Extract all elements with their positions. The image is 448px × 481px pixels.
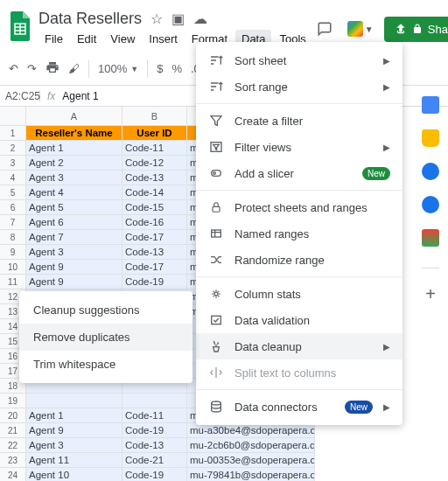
doc-title[interactable]: Data Resellers bbox=[38, 10, 142, 28]
currency-format[interactable]: $ bbox=[157, 62, 163, 75]
cell[interactable]: Code-19 bbox=[122, 468, 187, 481]
menu-insert[interactable]: Insert bbox=[143, 30, 184, 48]
cell[interactable]: mu-00353e@sdoperapera.com bbox=[187, 453, 315, 468]
cell[interactable]: Agent 1 bbox=[26, 141, 122, 156]
cell[interactable]: Code-15 bbox=[122, 200, 187, 215]
cell[interactable]: Code-13 bbox=[122, 438, 187, 453]
name-box[interactable]: A2:C25 bbox=[0, 90, 40, 102]
row-head[interactable]: 1 bbox=[0, 126, 26, 141]
menu-view[interactable]: View bbox=[104, 30, 141, 48]
cell[interactable]: Code-17 bbox=[122, 260, 187, 275]
cell[interactable]: Code-13 bbox=[122, 245, 187, 260]
cell[interactable] bbox=[122, 394, 187, 408]
cell[interactable]: Agent 1 bbox=[26, 408, 122, 423]
formula-bar[interactable]: Agent 1 bbox=[62, 90, 98, 102]
zoom-select[interactable]: 100%▼ bbox=[98, 62, 138, 75]
row-head[interactable]: 9 bbox=[0, 245, 26, 260]
cell[interactable]: Agent 6 bbox=[26, 215, 122, 230]
cloud-icon[interactable]: ☁ bbox=[193, 10, 207, 27]
keep-icon[interactable] bbox=[422, 129, 439, 147]
cell[interactable]: Code-13 bbox=[122, 171, 187, 185]
calendar-icon[interactable] bbox=[422, 96, 439, 114]
tasks-icon[interactable] bbox=[422, 163, 439, 180]
row-head[interactable]: 20 bbox=[0, 408, 26, 423]
addons-plus-icon[interactable]: + bbox=[425, 284, 436, 304]
row-head[interactable]: 7 bbox=[0, 215, 26, 230]
cell[interactable]: Code-21 bbox=[122, 453, 187, 468]
row-head[interactable]: 4 bbox=[0, 171, 26, 185]
row-head[interactable]: 22 bbox=[0, 438, 26, 453]
row-head[interactable]: 23 bbox=[0, 453, 26, 468]
menu-file[interactable]: File bbox=[38, 30, 69, 48]
row-head[interactable]: 24 bbox=[0, 468, 26, 481]
row-head[interactable]: 6 bbox=[0, 200, 26, 215]
maps-icon[interactable] bbox=[422, 229, 439, 247]
redo-icon[interactable]: ↷ bbox=[27, 62, 37, 75]
submenu-remove-duplicates[interactable]: Remove duplicates bbox=[19, 324, 192, 351]
cell[interactable]: Agent 3 bbox=[26, 438, 122, 453]
col-head-A[interactable]: A bbox=[26, 107, 122, 126]
cell[interactable]: Agent 11 bbox=[26, 453, 122, 468]
menu-item-sort-range[interactable]: Sort range▶ bbox=[196, 73, 402, 100]
percent-format[interactable]: % bbox=[172, 62, 182, 75]
row-head[interactable]: 21 bbox=[0, 423, 26, 438]
star-icon[interactable]: ☆ bbox=[150, 10, 163, 27]
menu-item-protect-sheets-and-ranges[interactable]: Protect sheets and ranges bbox=[196, 194, 402, 220]
paint-icon[interactable]: 🖌 bbox=[68, 62, 80, 75]
cell[interactable]: Code-11 bbox=[122, 408, 187, 423]
move-icon[interactable]: ▣ bbox=[172, 10, 185, 27]
row-head[interactable]: 2 bbox=[0, 141, 26, 156]
cell[interactable]: Agent 3 bbox=[26, 171, 122, 185]
header-cell[interactable]: Reseller's Name bbox=[26, 126, 122, 141]
header-cell[interactable]: User ID bbox=[122, 126, 187, 141]
menu-item-data-cleanup[interactable]: Data cleanup▶ bbox=[196, 333, 402, 359]
cell[interactable]: Agent 9 bbox=[26, 423, 122, 438]
cell[interactable]: Agent 7 bbox=[26, 230, 122, 245]
cell[interactable]: Code-16 bbox=[122, 215, 187, 230]
cell[interactable]: Code-11 bbox=[122, 141, 187, 156]
cell[interactable]: Code-19 bbox=[122, 423, 187, 438]
menu-item-sort-sheet[interactable]: Sort sheet▶ bbox=[196, 47, 402, 73]
menu-item-create-a-filter[interactable]: Create a filter bbox=[196, 108, 402, 134]
submenu-trim-whitespace[interactable]: Trim whitespace bbox=[19, 351, 192, 378]
cell[interactable] bbox=[26, 394, 122, 408]
meet-button[interactable]: ▼ bbox=[344, 19, 377, 38]
contacts-icon[interactable] bbox=[422, 196, 439, 213]
menu-item-add-a-slicer[interactable]: Add a slicerNew bbox=[196, 160, 402, 186]
row-head[interactable]: 8 bbox=[0, 230, 26, 245]
submenu-cleanup-suggestions[interactable]: Cleanup suggestions bbox=[19, 296, 192, 324]
menu-item-named-ranges[interactable]: Named ranges bbox=[196, 220, 402, 247]
cell[interactable]: Code-14 bbox=[122, 185, 187, 200]
menu-item-data-connectors[interactable]: Data connectorsNew▶ bbox=[196, 394, 402, 420]
cell[interactable]: Agent 5 bbox=[26, 200, 122, 215]
cell[interactable]: mu-2cb6b0@sdoperapera.com bbox=[187, 438, 315, 453]
cell[interactable]: Agent 3 bbox=[26, 245, 122, 260]
cell[interactable]: mu-79841b@sdoperapera.com bbox=[187, 468, 315, 481]
cell[interactable]: mu-a30be4@sdoperapera.com bbox=[187, 423, 315, 438]
share-button[interactable]: Share bbox=[384, 17, 448, 42]
cell[interactable]: Code-12 bbox=[122, 156, 187, 171]
comments-icon[interactable] bbox=[312, 17, 337, 41]
menu-edit[interactable]: Edit bbox=[71, 30, 102, 48]
row-head[interactable]: 5 bbox=[0, 185, 26, 200]
menu-item-filter-views[interactable]: Filter views▶ bbox=[196, 134, 402, 160]
row-head[interactable]: 10 bbox=[0, 260, 26, 275]
menu-item-column-stats[interactable]: Column stats bbox=[196, 281, 402, 307]
print-icon[interactable] bbox=[46, 60, 60, 77]
menu-item-data-validation[interactable]: Data validation bbox=[196, 307, 402, 333]
cell[interactable]: Code-17 bbox=[122, 230, 187, 245]
menu-item-randomize-range[interactable]: Randomize range bbox=[196, 247, 402, 273]
cell[interactable]: Agent 10 bbox=[26, 468, 122, 481]
cell[interactable]: Agent 9 bbox=[26, 260, 122, 275]
cell[interactable]: Agent 4 bbox=[26, 185, 122, 200]
undo-icon[interactable]: ↶ bbox=[9, 62, 18, 75]
cell[interactable]: Agent 2 bbox=[26, 156, 122, 171]
row-head[interactable]: 3 bbox=[0, 156, 26, 171]
col-head-B[interactable]: B bbox=[122, 107, 187, 126]
cell[interactable]: Agent 9 bbox=[26, 275, 122, 289]
clean-icon bbox=[208, 338, 224, 354]
row-head[interactable]: 19 bbox=[0, 394, 26, 408]
sheets-logo-icon[interactable] bbox=[9, 11, 32, 46]
cell[interactable]: Code-19 bbox=[122, 275, 187, 289]
row-head[interactable]: 11 bbox=[0, 275, 26, 289]
